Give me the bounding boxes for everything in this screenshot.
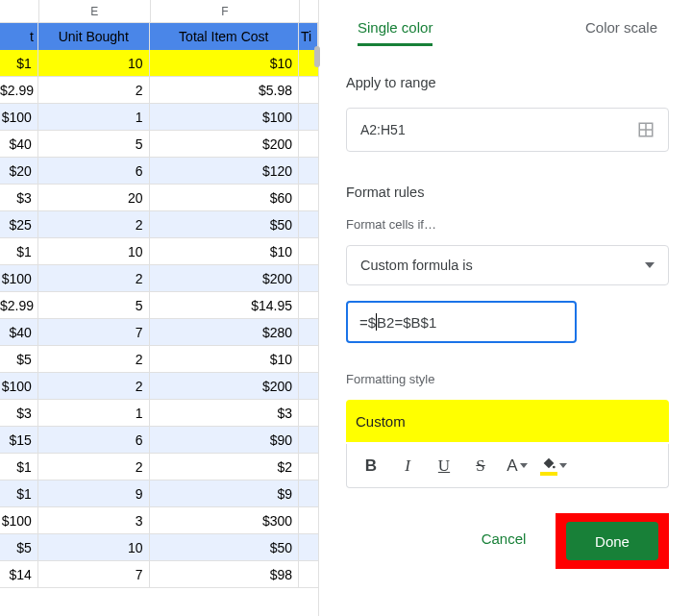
italic-button[interactable]: I [391,450,424,482]
cell[interactable]: 2 [38,211,150,238]
cell[interactable]: 1 [38,104,150,131]
cell[interactable]: 5 [38,292,150,319]
cell[interactable]: $2.99 [0,292,38,319]
cell[interactable] [299,104,318,131]
col-header-G[interactable] [299,0,318,22]
cell[interactable]: $3 [0,400,38,427]
col-header-D[interactable] [0,0,38,22]
cell[interactable]: $14.95 [150,292,299,319]
cell[interactable] [299,319,318,346]
cell[interactable]: $2 [150,454,300,480]
cell[interactable]: $9 [150,480,300,507]
cell[interactable]: 1 [38,400,150,427]
cell[interactable] [299,158,318,185]
cell[interactable]: 6 [38,427,150,454]
fill-color-button[interactable] [537,450,570,482]
cell[interactable]: $1 [0,238,38,265]
col-header-E[interactable]: E [38,0,150,22]
cell[interactable]: $5.98 [150,77,299,104]
cell[interactable]: 2 [38,346,150,373]
cell[interactable]: $20 [0,158,38,185]
cell[interactable] [299,211,318,238]
cell[interactable]: $3 [0,185,38,211]
cell[interactable]: 9 [38,480,150,507]
cell[interactable]: $25 [0,211,38,238]
cell[interactable] [299,77,318,104]
cell[interactable] [299,507,318,534]
cell[interactable] [299,454,318,480]
cell[interactable] [299,561,318,588]
cell[interactable] [299,185,318,211]
underline-button[interactable]: U [428,450,460,482]
cell[interactable]: $1 [0,50,38,77]
cell[interactable]: 2 [38,77,150,104]
cell[interactable] [299,427,318,454]
cell[interactable] [299,480,318,507]
style-preview[interactable]: Custom [346,400,669,442]
cell[interactable]: $1 [0,454,38,480]
cell[interactable]: $200 [150,265,300,292]
cell[interactable] [299,373,318,400]
cell[interactable]: $15 [0,427,38,454]
scroll-indicator[interactable] [314,46,320,67]
cell[interactable]: 3 [38,507,150,534]
cell[interactable]: $100 [0,507,38,534]
header-cell[interactable]: Total Item Cost [150,23,300,50]
done-button[interactable]: Done [566,522,658,560]
cell[interactable] [299,400,318,427]
cell[interactable]: 2 [38,373,150,400]
cancel-button[interactable]: Cancel [482,530,527,547]
cell[interactable]: $100 [0,265,38,292]
cell[interactable]: 2 [38,265,150,292]
bold-button[interactable]: B [355,450,387,482]
formula-input[interactable]: =$B2=$B$1 [346,301,577,343]
cell[interactable]: 10 [38,238,150,265]
cell[interactable]: $5 [0,534,38,561]
cell[interactable]: 6 [38,158,150,185]
cell[interactable]: $90 [150,427,300,454]
cell[interactable]: $2.99 [0,77,38,104]
header-cell[interactable]: t [0,23,38,50]
cell[interactable]: $10 [150,238,300,265]
cell[interactable]: $40 [0,131,38,158]
cell[interactable]: $120 [150,158,300,185]
cell[interactable]: 7 [38,319,150,346]
strikethrough-button[interactable]: S [464,450,497,482]
cell[interactable]: $5 [0,346,38,373]
cell[interactable]: $300 [150,507,300,534]
cell[interactable] [299,534,318,561]
cell[interactable]: $98 [150,561,300,588]
cell[interactable]: 5 [38,131,150,158]
cell[interactable]: $50 [150,534,300,561]
cell[interactable]: 10 [38,50,150,77]
cell[interactable]: $200 [150,373,300,400]
cell[interactable] [299,292,318,319]
header-cell[interactable]: Unit Bought [38,23,150,50]
tab-color-scale[interactable]: Color scale [585,19,657,46]
cell[interactable]: $280 [150,319,300,346]
text-color-button[interactable]: A [501,450,533,482]
cell[interactable]: $1 [0,480,38,507]
range-input[interactable]: A2:H51 [346,108,669,152]
cell[interactable]: $10 [150,50,300,77]
cell[interactable]: 2 [38,454,150,480]
col-header-F[interactable]: F [150,0,300,22]
cell[interactable]: $100 [0,373,38,400]
cell[interactable]: $3 [150,400,300,427]
cell[interactable]: $40 [0,319,38,346]
cell[interactable] [299,131,318,158]
cell[interactable]: $60 [150,185,300,211]
cell[interactable]: 10 [38,534,150,561]
cell[interactable]: $50 [150,211,300,238]
cell[interactable]: $100 [150,104,300,131]
cell[interactable] [299,265,318,292]
cell[interactable]: 7 [38,561,150,588]
cell[interactable] [299,238,318,265]
cell[interactable] [299,346,318,373]
grid-icon[interactable] [637,121,655,138]
cell[interactable]: 20 [38,185,150,211]
cell[interactable]: $200 [150,131,300,158]
cell[interactable]: $14 [0,561,38,588]
cell[interactable]: $10 [150,346,300,373]
rule-type-dropdown[interactable]: Custom formula is [346,245,669,285]
